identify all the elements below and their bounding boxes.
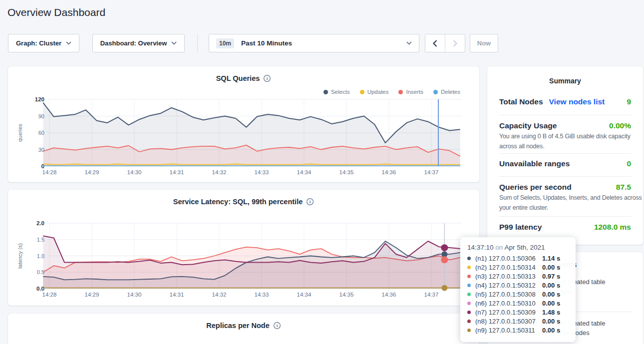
svg-text:latency (s): latency (s) <box>17 243 23 269</box>
node-color-dot <box>467 293 471 296</box>
capacity-value: 0.00% <box>609 121 631 130</box>
summary-title: Summary <box>487 77 643 85</box>
svg-text:14:36: 14:36 <box>382 292 396 298</box>
node-color-dot <box>467 284 471 287</box>
svg-text:14:35: 14:35 <box>339 169 354 175</box>
tooltip-node: (n7) 127.0.0.1:50309 <box>475 309 538 316</box>
replicas-title: Replicas per Node i <box>8 322 479 330</box>
separator <box>499 176 631 177</box>
service-latency-card: Service Latency: SQL, 99th percentile i … <box>8 190 479 306</box>
tooltip-node: (n3) 127.0.0.1:50313 <box>475 273 538 280</box>
unavailable-ranges-value: 0 <box>627 159 631 168</box>
svg-text:14:29: 14:29 <box>85 292 99 298</box>
info-icon[interactable]: i <box>273 322 281 330</box>
separator <box>499 153 631 154</box>
tooltip-on: on <box>495 244 503 251</box>
svg-text:120: 120 <box>35 96 44 102</box>
view-nodes-list-link[interactable]: View nodes list <box>549 97 605 106</box>
svg-text:14:28: 14:28 <box>42 169 57 175</box>
svg-text:14:32: 14:32 <box>212 169 227 175</box>
qps-desc-line1: Sum of Selects, Updates, Inserts, and De… <box>499 194 642 202</box>
graph-dropdown-label: Graph: Cluster <box>16 39 61 47</box>
svg-text:14:29: 14:29 <box>85 169 99 175</box>
total-nodes-label: Total Nodes <box>499 97 543 106</box>
p99-latency-value: 1208.0 ms <box>594 223 631 232</box>
svg-text:14:32: 14:32 <box>212 292 227 298</box>
tooltip-date: Apr 5th, 2021 <box>504 244 545 251</box>
tooltip-node: (n6) 127.0.0.1:50310 <box>475 300 538 307</box>
tooltip-row: (n6) 127.0.0.1:503100.00 s <box>467 299 569 308</box>
capacity-label: Capacity Usage <box>499 121 557 130</box>
tooltip-value: 0.00 s <box>542 291 560 298</box>
unavailable-ranges-label: Unavailable ranges <box>499 159 570 168</box>
svg-text:14:31: 14:31 <box>170 169 184 175</box>
chevron-left-icon <box>433 40 437 47</box>
svg-text:14:37: 14:37 <box>424 169 439 175</box>
svg-text:i: i <box>276 323 278 328</box>
sql-queries-chart[interactable]: 030609012014:2814:2914:3014:3114:3214:33… <box>8 66 479 182</box>
tooltip-row: (n5) 127.0.0.1:503080.00 s <box>467 290 569 299</box>
tooltip-node: (n1) 127.0.0.1:50306 <box>475 255 538 262</box>
tooltip-node: (n2) 127.0.0.1:50314 <box>475 264 538 271</box>
node-color-dot <box>467 329 471 332</box>
svg-text:14:33: 14:33 <box>255 292 269 298</box>
svg-text:14:34: 14:34 <box>297 169 312 175</box>
tooltip-node: (n4) 127.0.0.1:50312 <box>475 282 538 289</box>
svg-text:14:31: 14:31 <box>170 292 184 298</box>
tooltip-value: 0.00 s <box>542 264 560 271</box>
total-nodes-row: Total Nodes View nodes list 9 <box>499 97 631 106</box>
svg-text:queries: queries <box>17 123 23 142</box>
separator <box>499 216 631 217</box>
dashboard-dropdown[interactable]: Dashboard: Overview <box>92 34 185 52</box>
capacity-desc: You are using 0 B of 4.5 GiB usable disk… <box>499 133 631 150</box>
service-latency-chart[interactable]: 0.00.51.01.52.014:2814:2914:3014:3114:32… <box>8 190 479 306</box>
qps-desc-line2: your entire cluster. <box>499 204 642 212</box>
node-color-dot <box>467 257 471 260</box>
p99-latency-label: P99 latency <box>499 223 542 232</box>
capacity-desc-line2: across all nodes. <box>499 143 631 150</box>
capacity-desc-line1: You are using 0 B of 4.5 GiB usable disk… <box>499 133 631 140</box>
node-color-dot <box>467 302 471 305</box>
time-range-selector[interactable]: 10m Past 10 Minutes <box>209 34 419 52</box>
tooltip-value: 0.00 s <box>542 318 560 325</box>
tooltip-value: 1.14 s <box>542 255 560 262</box>
qps-label: Queries per second <box>499 183 572 192</box>
svg-text:2.0: 2.0 <box>36 220 44 226</box>
qps-row: Queries per second 87.5 <box>499 183 631 192</box>
tooltip-node: (n5) 127.0.0.1:50308 <box>475 291 538 298</box>
chevron-down-icon <box>66 41 71 45</box>
tooltip-row: (n7) 127.0.0.1:503091.48 s <box>467 308 569 317</box>
chevron-right-icon <box>453 40 457 47</box>
time-next-button[interactable] <box>445 34 465 52</box>
svg-text:14:36: 14:36 <box>382 169 396 175</box>
capacity-row: Capacity Usage 0.00% <box>499 121 631 130</box>
tooltip-row: (n4) 127.0.0.1:503120.00 s <box>467 281 569 290</box>
tooltip-value: 0.00 s <box>542 327 560 334</box>
time-range-label: Past 10 Minutes <box>241 39 292 47</box>
replicas-per-node-card: Replicas per Node i <box>8 314 479 344</box>
tooltip-node: (n9) 127.0.0.1:50311 <box>475 327 538 334</box>
chart-hover-tooltip: 14:37:10 on Apr 5th, 2021 (n1) 127.0.0.1… <box>460 237 576 342</box>
unavailable-ranges-row: Unavailable ranges 0 <box>499 159 631 168</box>
node-color-dot <box>467 275 471 278</box>
now-button[interactable]: Now <box>470 34 498 52</box>
separator <box>499 115 631 115</box>
tooltip-value: 0.00 s <box>542 282 560 289</box>
graph-dropdown[interactable]: Graph: Cluster <box>8 34 79 52</box>
qps-desc: Sum of Selects, Updates, Inserts, and De… <box>499 194 642 212</box>
chevron-down-icon <box>406 41 412 45</box>
dashboard-dropdown-label: Dashboard: Overview <box>100 39 167 47</box>
time-range-badge: 10m <box>216 38 234 48</box>
tooltip-row: (n2) 127.0.0.1:503140.00 s <box>467 263 569 272</box>
qps-value: 87.5 <box>616 183 631 192</box>
tooltip-node: (n8) 127.0.0.1:50307 <box>475 318 538 325</box>
time-prev-button[interactable] <box>425 34 445 52</box>
overview-dashboard-page: Overview Dashboard Graph: Cluster Dashbo… <box>0 0 644 344</box>
sql-queries-card: SQL Queries i Selects Updates Inserts De… <box>8 66 479 182</box>
node-color-dot <box>467 311 471 314</box>
svg-text:14:35: 14:35 <box>339 292 354 298</box>
node-color-dot <box>467 266 471 269</box>
svg-text:14:28: 14:28 <box>42 292 57 298</box>
toolbar-divider <box>197 34 198 52</box>
time-nav-group <box>425 34 465 52</box>
